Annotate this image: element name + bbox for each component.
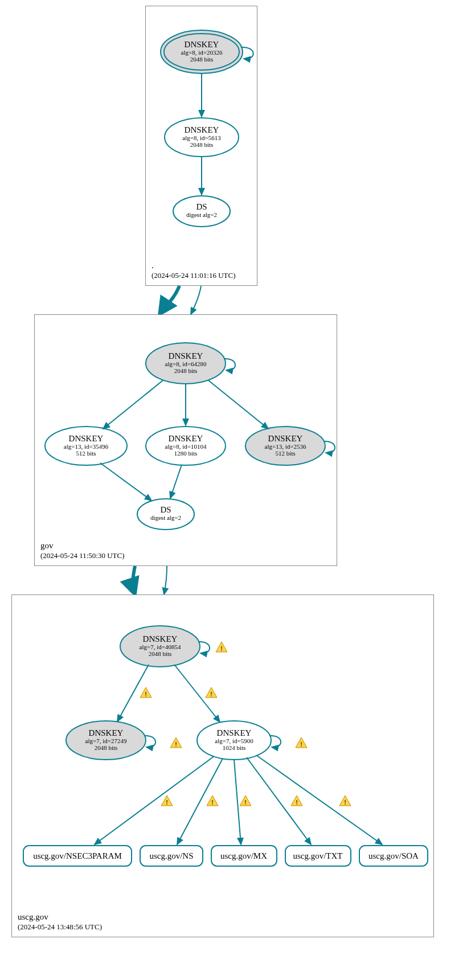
node-title: DNSKEY xyxy=(268,434,303,443)
warning-icon: ! xyxy=(291,796,302,806)
edge-gov-ksk-to-k3 xyxy=(208,380,268,429)
zone-label-uscg: uscg.gov (2024-05-24 13:48:56 UTC) xyxy=(18,912,102,932)
zone-timestamp: (2024-05-24 11:01:16 UTC) xyxy=(151,271,236,281)
node-title: DNSKEY xyxy=(185,125,219,134)
edge-thick-root-to-gov xyxy=(159,286,179,314)
edge-gov-k1-to-ds xyxy=(100,463,151,501)
node-title: DNSKEY xyxy=(143,634,178,643)
node-gov-ksk: DNSKEY alg=8, id=64280 2048 bits xyxy=(146,343,226,384)
node-title: DS xyxy=(196,202,207,211)
zone-gov-svg: DNSKEY alg=8, id=64280 2048 bits DNSKEY … xyxy=(35,315,337,543)
rr-label: uscg.gov/NS xyxy=(149,851,193,860)
svg-text:!: ! xyxy=(166,799,168,806)
node-title: DNSKEY xyxy=(185,40,219,49)
zone-timestamp: (2024-05-24 13:48:56 UTC) xyxy=(18,922,102,932)
edge-gov-k2-to-ds xyxy=(170,465,182,498)
zone-label-root: . (2024-05-24 11:01:16 UTC) xyxy=(151,260,236,281)
rrset-soa: uscg.gov/SOA xyxy=(359,846,428,866)
node-line1: alg=8, id=5613 xyxy=(182,134,221,141)
node-line2: 2048 bits xyxy=(190,56,214,63)
svg-text:!: ! xyxy=(175,741,177,748)
rrset-mx: uscg.gov/MX xyxy=(211,846,277,866)
rrset-ns: uscg.gov/NS xyxy=(140,846,203,866)
edge-thick-gov-to-uscg xyxy=(133,566,135,594)
node-root-ksk: DNSKEY alg=8, id=20326 2048 bits xyxy=(161,30,243,73)
svg-text:!: ! xyxy=(300,741,302,748)
zone-box-gov: DNSKEY alg=8, id=64280 2048 bits DNSKEY … xyxy=(34,314,337,566)
node-gov-key1: DNSKEY alg=13, id=35496 512 bits xyxy=(45,427,127,465)
node-title: DS xyxy=(160,505,171,514)
svg-text:!: ! xyxy=(211,799,214,806)
warning-icon: ! xyxy=(240,796,251,806)
node-line1: alg=8, id=20326 xyxy=(181,49,223,56)
node-line2: 1280 bits xyxy=(174,450,198,457)
edge-gov-ds-to-uscg xyxy=(164,566,167,594)
edge-k2-to-rr1 xyxy=(95,756,214,844)
node-title: DNSKEY xyxy=(69,434,104,443)
svg-text:!: ! xyxy=(210,691,212,698)
edge-root-ds-to-gov xyxy=(191,286,201,314)
node-line1: digest alg=2 xyxy=(150,514,181,521)
warning-icon: ! xyxy=(207,796,218,806)
edge-k2-to-rr3 xyxy=(234,760,241,844)
node-line2: 2048 bits xyxy=(95,744,118,751)
zone-label-gov: gov (2024-05-24 11:50:30 UTC) xyxy=(40,540,125,561)
rrset-txt: uscg.gov/TXT xyxy=(285,846,351,866)
node-title: DNSKEY xyxy=(89,728,124,737)
node-root-zsk: DNSKEY alg=8, id=5613 2048 bits xyxy=(165,118,239,157)
node-uscg-ksk: DNSKEY alg=7, id=40854 2048 bits xyxy=(120,626,200,667)
svg-text:!: ! xyxy=(244,799,247,806)
rr-label: uscg.gov/NSEC3PARAM xyxy=(33,851,122,860)
interzone-gov-to-uscg xyxy=(6,566,471,594)
svg-text:!: ! xyxy=(344,799,346,806)
warning-icon: ! xyxy=(161,796,173,806)
warning-icon: ! xyxy=(140,687,151,698)
node-line2: 2048 bits xyxy=(149,650,172,657)
node-line1: digest alg=2 xyxy=(186,211,217,218)
zone-name: . xyxy=(151,260,236,272)
zone-box-uscg: DNSKEY alg=7, id=40854 2048 bits ! DNSKE… xyxy=(11,594,434,937)
zone-name: uscg.gov xyxy=(18,912,102,923)
svg-text:!: ! xyxy=(220,645,223,652)
edge-k2-to-rr4 xyxy=(247,757,311,844)
node-line1: alg=7, id=27249 xyxy=(85,737,127,744)
edge-gov-ksk-to-k1 xyxy=(103,380,163,429)
node-line1: alg=13, id=35496 xyxy=(64,443,109,450)
node-gov-ds: DS digest alg=2 xyxy=(137,499,194,530)
warning-icon: ! xyxy=(206,687,217,698)
node-line1: alg=8, id=64280 xyxy=(165,360,207,367)
node-gov-key2: DNSKEY alg=8, id=10104 1280 bits xyxy=(146,427,226,465)
warning-icon: ! xyxy=(339,796,351,806)
node-title: DNSKEY xyxy=(217,728,252,737)
node-root-ds: DS digest alg=2 xyxy=(173,196,230,227)
interzone-root-to-gov xyxy=(6,286,471,314)
node-line1: alg=7, id=40854 xyxy=(140,643,181,650)
node-uscg-key1: DNSKEY alg=7, id=27249 2048 bits xyxy=(66,721,146,760)
node-line2: 2048 bits xyxy=(174,367,198,374)
rrset-nsec3param: uscg.gov/NSEC3PARAM xyxy=(23,846,132,866)
node-line1: alg=8, id=10104 xyxy=(165,443,207,450)
zone-box-root: DNSKEY alg=8, id=20326 2048 bits DNSKEY … xyxy=(145,6,257,286)
node-line1: alg=7, id=5900 xyxy=(215,737,253,744)
zone-timestamp: (2024-05-24 11:50:30 UTC) xyxy=(40,551,125,561)
zone-root-svg: DNSKEY alg=8, id=20326 2048 bits DNSKEY … xyxy=(146,6,257,257)
node-uscg-key2: DNSKEY alg=7, id=5900 1024 bits xyxy=(197,721,271,760)
rr-label: uscg.gov/MX xyxy=(220,851,267,860)
warning-icon: ! xyxy=(170,737,182,748)
node-title: DNSKEY xyxy=(169,434,203,443)
node-line2: 512 bits xyxy=(76,450,96,457)
node-title: DNSKEY xyxy=(169,351,203,360)
zone-uscg-svg: DNSKEY alg=7, id=40854 2048 bits ! DNSKE… xyxy=(12,595,433,908)
edge-k2-to-rr5 xyxy=(257,756,382,844)
zone-name: gov xyxy=(40,540,125,552)
node-line2: 1024 bits xyxy=(223,744,246,751)
node-gov-key3: DNSKEY alg=13, id=2536 512 bits xyxy=(245,427,325,465)
svg-text:!: ! xyxy=(145,691,147,698)
node-line2: 512 bits xyxy=(275,450,295,457)
svg-text:!: ! xyxy=(296,799,298,806)
node-line2: 2048 bits xyxy=(190,141,214,148)
rr-label: uscg.gov/SOA xyxy=(368,851,419,860)
node-line1: alg=13, id=2536 xyxy=(265,443,306,450)
warning-icon: ! xyxy=(216,642,227,652)
warning-icon: ! xyxy=(296,737,307,748)
